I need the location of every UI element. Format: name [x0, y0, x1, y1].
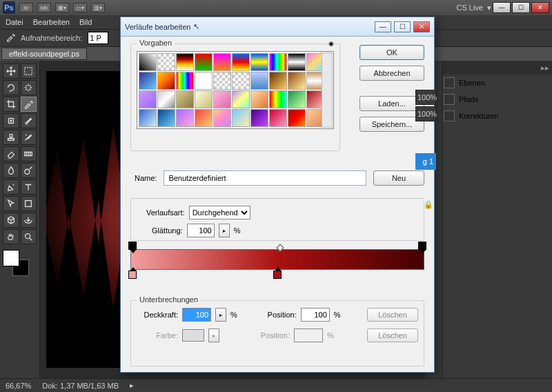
preset-swatch[interactable] — [176, 72, 194, 90]
dialog-titlebar[interactable]: Verläufe bearbeiten ↖ — ☐ ✕ — [121, 17, 434, 37]
panel-ebenen[interactable]: Ebenen — [442, 75, 552, 91]
cs-live-label[interactable]: CS Live — [456, 3, 483, 12]
preset-swatch[interactable] — [157, 90, 175, 108]
preset-swatch[interactable] — [157, 109, 175, 127]
dialog-close-button[interactable]: ✕ — [413, 21, 430, 32]
preset-swatch[interactable] — [250, 53, 268, 71]
gradient-tool[interactable] — [21, 146, 37, 161]
gradient-bar[interactable] — [130, 249, 424, 270]
preset-swatch[interactable] — [213, 90, 231, 108]
preset-swatch[interactable] — [195, 90, 213, 108]
load-button[interactable]: Laden... — [359, 96, 424, 111]
preset-swatch[interactable] — [288, 109, 306, 127]
screen-mode-icon[interactable]: ▦▾ — [55, 3, 69, 12]
brush-tool[interactable] — [21, 113, 37, 128]
cancel-button[interactable]: Abbrechen — [359, 66, 424, 81]
preset-swatch[interactable] — [139, 90, 157, 108]
sample-size-input[interactable] — [88, 32, 108, 44]
preset-swatch[interactable] — [288, 72, 306, 90]
opacity-stepper[interactable]: ▸ — [215, 308, 226, 322]
opacity-input[interactable] — [182, 308, 211, 322]
preset-swatch[interactable] — [250, 90, 268, 108]
color-stop-mid[interactable] — [273, 271, 282, 279]
preset-swatch[interactable] — [250, 109, 268, 127]
preset-swatch[interactable] — [269, 109, 287, 127]
minimize-button[interactable]: — — [493, 2, 511, 13]
menu-image[interactable]: Bild — [79, 18, 92, 26]
dialog-minimize-button[interactable]: — — [375, 21, 391, 32]
panel-collapse-icon[interactable]: ▸▸ — [442, 61, 552, 75]
preset-swatch[interactable] — [195, 109, 213, 127]
smoothness-input[interactable] — [187, 224, 215, 237]
preset-swatch[interactable] — [232, 53, 250, 71]
stamp-tool[interactable] — [3, 130, 19, 145]
wand-tool[interactable] — [21, 80, 37, 95]
crop-tool[interactable] — [3, 97, 19, 112]
preset-swatch[interactable] — [195, 72, 213, 90]
pen-tool[interactable] — [3, 179, 19, 195]
selected-layer-fragment[interactable]: g 1 — [415, 153, 436, 170]
shape-tool[interactable] — [21, 196, 37, 211]
menu-edit[interactable]: Bearbeiten — [33, 18, 70, 26]
3d-camera-tool[interactable] — [21, 213, 37, 228]
preset-swatch[interactable] — [139, 53, 157, 71]
zoom-level-icon[interactable]: ▭▾ — [73, 3, 87, 12]
3d-tool[interactable] — [3, 213, 19, 228]
dodge-tool[interactable] — [21, 163, 37, 178]
midpoint-diamond[interactable] — [276, 244, 284, 251]
type-tool[interactable] — [21, 179, 37, 195]
hand-tool[interactable] — [3, 229, 19, 244]
maximize-button[interactable]: ☐ — [512, 2, 530, 13]
preset-swatch[interactable] — [288, 53, 306, 71]
preset-swatch[interactable] — [157, 72, 175, 90]
foreground-color[interactable] — [3, 250, 19, 266]
preset-scrollbar[interactable] — [322, 52, 333, 128]
new-button[interactable]: Neu — [373, 170, 424, 186]
presets-menu-icon[interactable]: ◉ — [328, 40, 334, 47]
minibridge-icon[interactable]: Mb — [37, 3, 51, 12]
marquee-tool[interactable] — [21, 63, 37, 79]
preset-swatch[interactable] — [157, 53, 175, 71]
gradient-type-select[interactable]: Durchgehend — [189, 206, 250, 219]
preset-swatch[interactable] — [232, 90, 250, 108]
preset-swatch[interactable] — [213, 53, 231, 71]
zoom-level[interactable]: 66,67% — [6, 382, 31, 390]
panel-pfade[interactable]: Pfade — [442, 91, 552, 108]
preset-swatch[interactable] — [232, 109, 250, 127]
save-button[interactable]: Speichern... — [359, 117, 424, 132]
position-input[interactable] — [301, 308, 330, 322]
preset-swatch[interactable] — [213, 109, 231, 127]
smoothness-stepper[interactable]: ▸ — [219, 224, 230, 237]
zoom-tool[interactable] — [21, 229, 37, 244]
preset-swatch[interactable] — [213, 72, 231, 90]
opacity-stop-right[interactable] — [418, 242, 426, 250]
ok-button[interactable]: OK — [359, 45, 424, 60]
opacity-stop-left[interactable] — [128, 242, 137, 250]
preset-swatch[interactable] — [139, 72, 157, 90]
eraser-tool[interactable] — [3, 146, 19, 161]
lasso-tool[interactable] — [3, 80, 19, 95]
name-input[interactable] — [164, 170, 366, 186]
document-tab[interactable]: effekt-soundpegel.ps — [1, 48, 87, 60]
panel-korrekturen[interactable]: Korrekturen — [442, 108, 552, 124]
move-tool[interactable] — [3, 63, 19, 79]
preset-swatch[interactable] — [232, 72, 250, 90]
preset-swatch[interactable] — [269, 90, 287, 108]
menu-file[interactable]: Datei — [6, 18, 23, 26]
color-stop-left[interactable] — [128, 271, 137, 279]
blur-tool[interactable] — [3, 163, 19, 178]
close-button[interactable]: ✕ — [531, 2, 549, 13]
preset-swatch[interactable] — [139, 109, 157, 127]
preset-swatch[interactable] — [288, 90, 306, 108]
delete-opacity-stop-button[interactable]: Löschen — [367, 308, 418, 322]
dialog-maximize-button[interactable]: ☐ — [394, 21, 411, 32]
preset-swatch[interactable] — [269, 72, 287, 90]
healing-tool[interactable] — [3, 113, 19, 128]
bridge-icon[interactable]: Br — [19, 3, 33, 12]
color-swatches[interactable] — [3, 250, 29, 276]
eyedropper-tool[interactable] — [21, 97, 37, 112]
history-brush-tool[interactable] — [21, 130, 37, 145]
status-arrow-icon[interactable]: ▸ — [130, 381, 134, 390]
preset-swatch[interactable] — [176, 53, 194, 71]
preset-swatch[interactable] — [176, 90, 194, 108]
